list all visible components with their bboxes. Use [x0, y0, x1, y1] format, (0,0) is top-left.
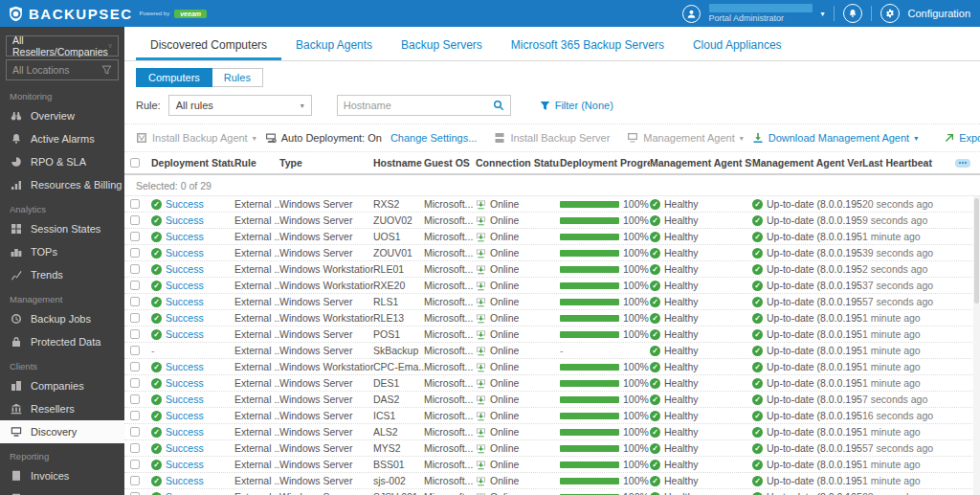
row-checkbox[interactable] — [130, 248, 140, 258]
table-scrollbar[interactable] — [973, 196, 980, 495]
subtab-rules[interactable]: Rules — [212, 68, 263, 87]
row-checkbox[interactable] — [130, 215, 140, 225]
deployment-status-link[interactable]: Success — [166, 247, 204, 259]
sidebar-item-resources-billing[interactable]: Resources & Billing — [0, 173, 124, 196]
row-checkbox[interactable] — [130, 476, 140, 485]
sidebar-item-backup-jobs[interactable]: Backup Jobs — [0, 307, 124, 330]
deployment-status-link[interactable]: Success — [166, 394, 204, 405]
sidebar-item-trends[interactable]: Trends — [0, 263, 124, 286]
notifications-bell-icon[interactable] — [843, 4, 862, 23]
management-agent-button[interactable]: Management Agent ▾ — [627, 132, 743, 144]
user-avatar[interactable] — [682, 5, 701, 23]
column-deployment-progress[interactable]: Deployment Progress — [560, 157, 650, 169]
install-backup-server-button[interactable]: Install Backup Server — [494, 132, 610, 144]
deployment-status-link[interactable]: Success — [166, 491, 204, 495]
rule-dropdown[interactable]: All rules ▾ — [168, 95, 312, 116]
column-hostname[interactable]: Hostname — [373, 157, 424, 169]
deployment-status-link[interactable]: Success — [166, 410, 204, 421]
table-row[interactable]: ✓Success External ... Windows Server sjs… — [124, 473, 980, 489]
table-row[interactable]: ✓Success External ... Windows Server RLS… — [124, 294, 980, 310]
row-checkbox[interactable] — [130, 443, 140, 453]
row-checkbox[interactable] — [130, 394, 140, 404]
deployment-status-link[interactable]: Success — [166, 442, 204, 454]
sidebar-item-protected-data[interactable]: Protected Data — [0, 330, 124, 353]
sidebar-item-session-states[interactable]: Session States — [0, 217, 124, 240]
sidebar-item-companies[interactable]: Companies — [0, 374, 124, 397]
deployment-status-link[interactable]: Success — [166, 426, 204, 438]
row-checkbox[interactable] — [130, 313, 140, 323]
user-menu-chevron-icon[interactable]: ▾ — [821, 10, 825, 18]
scope-filter-all-resellers-companies[interactable]: All Resellers/Companies — [6, 35, 119, 56]
tab-backup-agents[interactable]: Backup Agents — [281, 34, 387, 60]
column-deployment-status[interactable]: Deployment Status — [151, 157, 234, 169]
table-row[interactable]: ✓Success External ... Windows Server SJS… — [124, 489, 980, 495]
sidebar-item-resellers[interactable]: Resellers — [0, 397, 124, 420]
table-row[interactable]: ✓Success External ... Windows Workstatio… — [124, 278, 980, 294]
table-row[interactable]: ✓Success External ... Windows Server ZUO… — [124, 213, 980, 229]
deployment-status-link[interactable]: Success — [166, 280, 204, 291]
table-row[interactable]: ✓Success External ... Windows Workstatio… — [124, 261, 980, 278]
hostname-search-input[interactable] — [344, 100, 493, 111]
sidebar-item-overview[interactable]: Overview — [0, 104, 124, 127]
row-checkbox[interactable] — [130, 378, 140, 388]
deployment-status-link[interactable]: Success — [166, 459, 204, 470]
table-row[interactable]: ✓Success External ... Windows Server UOS… — [124, 229, 980, 245]
row-checkbox[interactable] — [130, 297, 140, 306]
table-row[interactable]: - External ... Windows Server SkBackup M… — [124, 343, 980, 359]
column-management-agent-version[interactable]: Management Agent Version — [752, 157, 862, 169]
row-checkbox[interactable] — [130, 460, 140, 469]
search-icon[interactable] — [493, 100, 504, 111]
column-management-agent-status[interactable]: Management Agent Status ↑ — [650, 157, 752, 169]
row-checkbox[interactable] — [130, 427, 140, 437]
deployment-status-link[interactable]: Success — [166, 263, 204, 275]
deployment-status-link[interactable]: Success — [166, 328, 204, 340]
deployment-status-link[interactable]: Success — [166, 377, 204, 389]
sidebar-item-invoices[interactable]: Invoices — [0, 464, 124, 487]
tab-microsoft-365-backup-servers[interactable]: Microsoft 365 Backup Servers — [497, 34, 679, 60]
column-rule[interactable]: Rule — [234, 157, 279, 169]
sidebar-item-tops[interactable]: TOPs — [0, 240, 124, 263]
table-row[interactable]: ✓Success External ... Windows Server MYS… — [124, 440, 980, 457]
row-checkbox[interactable] — [130, 411, 140, 420]
select-all-checkbox[interactable] — [130, 158, 140, 168]
table-row[interactable]: ✓Success External ... Windows Server ALS… — [124, 424, 980, 440]
filter-none-button[interactable]: Filter (None) — [540, 100, 613, 111]
table-row[interactable]: ✓Success External ... Windows Server ICS… — [124, 408, 980, 424]
change-settings-link[interactable]: Change Settings... — [390, 132, 478, 144]
table-row[interactable]: ✓Success External ... Windows Server ZOU… — [124, 245, 980, 261]
export-to-button[interactable]: Export to... ▾ — [944, 132, 980, 144]
row-checkbox[interactable] — [130, 264, 140, 274]
table-row[interactable]: ✓Success External ... Windows Server RXS… — [124, 196, 980, 213]
download-management-agent-button[interactable]: Download Management Agent ▾ — [752, 132, 918, 144]
deployment-status-link[interactable]: Success — [166, 312, 204, 324]
deployment-status-link[interactable]: Success — [166, 361, 204, 372]
table-row[interactable]: ✓Success External ... Windows Server DES… — [124, 375, 980, 392]
row-checkbox[interactable] — [130, 362, 140, 371]
tab-discovered-computers[interactable]: Discovered Computers — [136, 34, 281, 60]
configuration-label[interactable]: Configuration — [908, 8, 970, 19]
deployment-status-link[interactable]: Success — [166, 231, 204, 242]
column-last-heartbeat[interactable]: Last Heartbeat — [862, 157, 955, 169]
sidebar-item-rpo-sla[interactable]: RPO & SLA — [0, 150, 124, 173]
deployment-status-link[interactable]: Success — [166, 475, 204, 486]
sidebar-item-active-alarms[interactable]: Active Alarms — [0, 127, 124, 150]
row-checkbox[interactable] — [130, 199, 140, 209]
tab-cloud-appliances[interactable]: Cloud Appliances — [679, 34, 796, 60]
deployment-status-link[interactable]: Success — [166, 214, 204, 226]
install-backup-agent-button[interactable]: Install Backup Agent ▾ — [136, 132, 256, 144]
deployment-status-link[interactable]: Success — [166, 296, 204, 307]
deployment-status-link[interactable]: Success — [166, 198, 204, 210]
sidebar-item-reports[interactable]: Reports — [0, 487, 124, 495]
table-row[interactable]: ✓Success External ... Windows Server POS… — [124, 326, 980, 343]
row-checkbox[interactable] — [130, 329, 140, 339]
row-checkbox[interactable] — [130, 232, 140, 241]
auto-deployment-toggle[interactable]: Auto Deployment: On — [265, 132, 382, 144]
row-checkbox[interactable] — [130, 346, 140, 355]
table-row[interactable]: ✓Success External ... Windows Server DAS… — [124, 392, 980, 408]
column-connection-status[interactable]: Connection Status — [476, 157, 560, 169]
table-row[interactable]: ✓Success External ... Windows Workstatio… — [124, 310, 980, 326]
column-guest-os[interactable]: Guest OS — [424, 157, 476, 169]
column-type[interactable]: Type — [279, 157, 373, 169]
user-menu[interactable]: Portal Administrator — [709, 4, 813, 23]
scope-filter-all-locations[interactable]: All Locations — [6, 59, 119, 80]
